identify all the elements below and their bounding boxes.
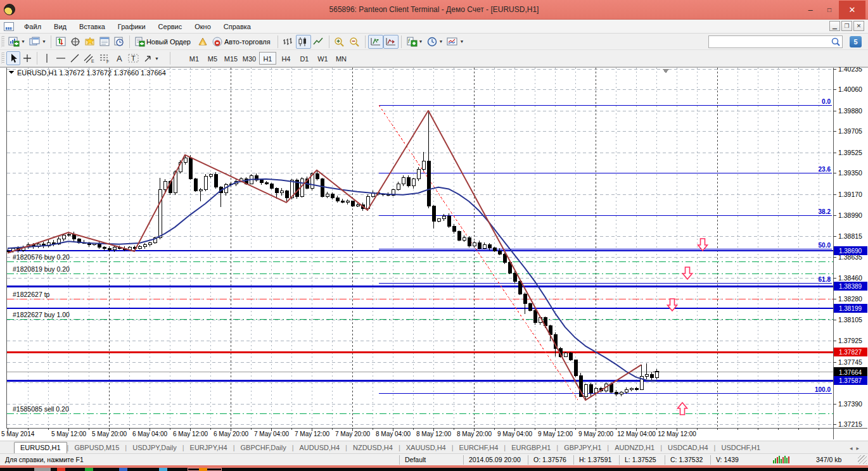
- terminal-button[interactable]: [98, 35, 112, 49]
- equidistant-channel-button[interactable]: E: [82, 51, 97, 65]
- menu-item-Вид[interactable]: Вид: [48, 21, 73, 32]
- timeframe-M15[interactable]: M15: [222, 52, 239, 65]
- menu-item-Окно[interactable]: Окно: [188, 21, 217, 32]
- cursor-button[interactable]: [6, 51, 20, 65]
- child-restore-button[interactable]: ❐: [841, 21, 852, 31]
- chart-labels: #1820576 buy 0.20#1820819 buy 0.20#18226…: [9, 69, 669, 413]
- signal-arrows: [668, 239, 708, 415]
- text-label-button[interactable]: T: [126, 51, 141, 65]
- svg-text:#1822627 buy 1.00: #1822627 buy 1.00: [13, 311, 70, 318]
- chart-tab-GBPJPY,H1[interactable]: GBPJPY,H1: [558, 443, 607, 453]
- chart-tab-EURJPY,H4[interactable]: EURJPY,H4: [184, 443, 233, 453]
- metaeditor-button[interactable]: [195, 35, 210, 49]
- trend-line-dashed[interactable]: [379, 105, 578, 400]
- svg-text:1.39880: 1.39880: [838, 107, 862, 115]
- new-chart-button[interactable]: ▼: [6, 35, 27, 49]
- maximize-button[interactable]: □: [820, 1, 839, 19]
- taskbar-app-icon[interactable]: [159, 468, 167, 471]
- svg-text:1.37925: 1.37925: [838, 337, 862, 344]
- chart-tab-GBPCHF,Daily[interactable]: GBPCHF,Daily: [235, 443, 292, 453]
- chart-tab-USDJPY,Daily[interactable]: USDJPY,Daily: [127, 443, 182, 453]
- minimize-button[interactable]: –: [801, 1, 820, 19]
- zoom-in-button[interactable]: [332, 35, 347, 49]
- zoom-out-button[interactable]: [347, 35, 362, 49]
- timeframe-M1[interactable]: M1: [186, 52, 203, 65]
- menu-item-Справка[interactable]: Справка: [217, 21, 257, 32]
- chart-tab-AUDNZD,H1[interactable]: AUDNZD,H1: [609, 443, 660, 453]
- search-input[interactable]: [709, 37, 831, 47]
- status-help: Для справки, нажмите F1: [0, 455, 399, 465]
- timeframe-M30[interactable]: M30: [241, 52, 258, 65]
- community-badge[interactable]: 5: [850, 36, 862, 47]
- chart-tab-EURCHF,H4[interactable]: EURCHF,H4: [454, 443, 504, 453]
- periods-button[interactable]: ▼: [425, 35, 445, 49]
- child-close-button[interactable]: ✕: [853, 21, 864, 31]
- timeframe-M5[interactable]: M5: [204, 52, 221, 65]
- navigator-button[interactable]: [83, 35, 98, 49]
- tab-scroll-arrows[interactable]: ◂▸: [850, 445, 863, 451]
- zigzag-line: [8, 111, 641, 400]
- indicators-button[interactable]: f▼: [404, 35, 425, 49]
- chart-tab-EURUSD,H1[interactable]: EURUSD,H1: [14, 442, 67, 453]
- new-order-label: Новый Ордер: [146, 38, 191, 46]
- chart-tab-NZDUSD,H4[interactable]: NZDUSD,H4: [347, 443, 399, 453]
- fibonacci-button[interactable]: F: [97, 51, 112, 65]
- taskbar-app-icon[interactable]: [85, 468, 93, 471]
- timeframe-H1[interactable]: H1: [259, 52, 276, 65]
- chart-tab-AUDUSD,H4[interactable]: AUDUSD,H4: [294, 443, 346, 453]
- svg-text:1.38690: 1.38690: [839, 248, 862, 254]
- crosshair-button[interactable]: [20, 51, 34, 65]
- horizontal-level-lines[interactable]: [7, 251, 833, 380]
- dropdown-arrow-icon: ▼: [439, 39, 444, 44]
- status-traffic: 347/0 kb: [811, 455, 846, 465]
- menu-item-Вставка[interactable]: Вставка: [73, 21, 112, 32]
- taskbar-app-icon[interactable]: [57, 468, 65, 471]
- menu-item-Графики[interactable]: Графики: [112, 21, 152, 32]
- timeframe-MN[interactable]: MN: [333, 52, 350, 65]
- new-order-button[interactable]: Новый Ордер: [132, 35, 195, 49]
- market-watch-button[interactable]: [54, 35, 68, 49]
- text-button[interactable]: A: [112, 51, 126, 65]
- menu-item-Сервис[interactable]: Сервис: [152, 21, 189, 32]
- svg-text:1.38280: 1.38280: [838, 295, 862, 303]
- chart-area[interactable]: 0.023.638.250.061.8100.0 1.402351.400601…: [0, 67, 868, 441]
- title-bar: 565896: Panteon Client Terminal - Демо С…: [0, 0, 868, 20]
- data-window-button[interactable]: [68, 35, 83, 49]
- autotrading-button[interactable]: Авто-торговля: [210, 35, 275, 49]
- horizontal-line-button[interactable]: [54, 51, 68, 65]
- timeframe-D1[interactable]: D1: [296, 52, 313, 65]
- templates-button[interactable]: ▼: [445, 35, 466, 49]
- vertical-line-button[interactable]: [40, 51, 54, 65]
- timeframe-W1[interactable]: W1: [314, 52, 331, 65]
- svg-text:1.37587: 1.37587: [839, 377, 862, 384]
- line-chart-button[interactable]: [311, 35, 326, 49]
- close-button[interactable]: ✕: [839, 1, 865, 19]
- chart-tab-USDCAD,H4[interactable]: USDCAD,H4: [662, 443, 714, 453]
- svg-text:8 May 20:00: 8 May 20:00: [457, 430, 492, 437]
- svg-text:#1820576 buy 0.20: #1820576 buy 0.20: [13, 253, 70, 261]
- child-minimize-button[interactable]: ▁: [829, 21, 840, 31]
- taskbar-app-icon[interactable]: [34, 468, 51, 471]
- chart-shift-button[interactable]: [368, 35, 383, 49]
- chart-tab-GBPUSD,M15[interactable]: GBPUSD,M15: [68, 443, 125, 453]
- auto-scroll-button[interactable]: [383, 35, 399, 49]
- order-lines[interactable]: [7, 262, 833, 414]
- chart-tab-XAUUSD,H4[interactable]: XAUUSD,H4: [400, 443, 452, 453]
- chart-tab-EURGBP,H1[interactable]: EURGBP,H1: [506, 443, 556, 453]
- strategy-tester-button[interactable]: [112, 35, 127, 49]
- arrows-button[interactable]: ▼: [141, 51, 161, 65]
- fibonacci-retracement[interactable]: 0.023.638.250.061.8100.0: [379, 98, 832, 394]
- svg-text:E: E: [91, 59, 94, 63]
- profiles-button[interactable]: ▼: [27, 35, 48, 49]
- trendline-button[interactable]: [68, 51, 82, 65]
- candlestick-chart-button[interactable]: [296, 35, 311, 49]
- timeframe-buttons: M1M5M15M30H1H4D1W1MN: [186, 52, 350, 65]
- taskbar-app-icon[interactable]: [119, 468, 127, 471]
- timeframe-H4[interactable]: H4: [278, 52, 295, 65]
- taskbar-app-icon[interactable]: [199, 468, 207, 471]
- status-profile[interactable]: Default: [400, 455, 463, 465]
- menu-item-Файл[interactable]: Файл: [18, 21, 48, 32]
- search-icon[interactable]: [831, 37, 842, 47]
- chart-tab-USDCHF,H1[interactable]: USDCHF,H1: [715, 443, 766, 453]
- bar-chart-button[interactable]: [281, 35, 296, 49]
